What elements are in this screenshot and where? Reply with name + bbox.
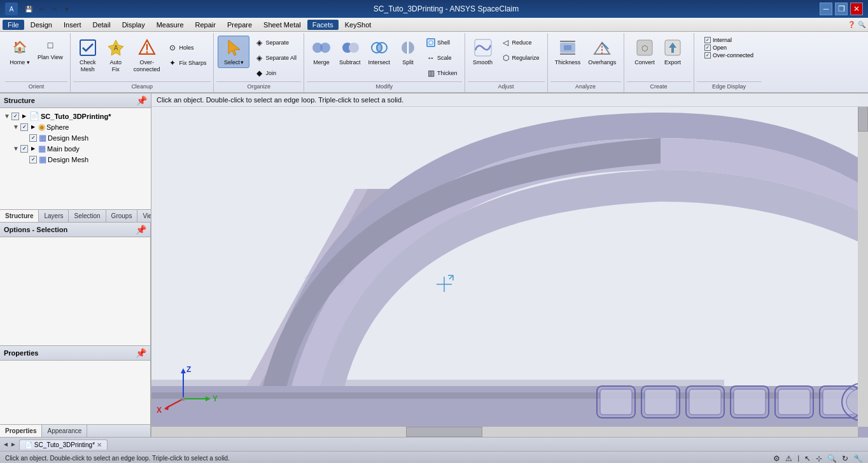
convert-button[interactable]: ⬡ Convert [631,36,658,68]
options-content [0,237,150,345]
menu-insert[interactable]: Insert [59,20,87,30]
title-bar-controls[interactable]: ─ ❐ ✕ [820,3,863,15]
over-connected-check-item[interactable]: ✓ Over-connected [704,52,753,59]
tab-selection[interactable]: Selection [69,210,106,222]
options-pin[interactable]: 📌 [136,225,146,235]
over-connected-button[interactable]: Over-connected [130,36,164,75]
tree-item-sphere[interactable]: ▼ ✓ ▶ ◉ Sphere [11,121,148,132]
help-icon[interactable]: ❓ [848,21,855,28]
auto-fix-button[interactable]: A AutoFix [102,36,129,75]
tab-nav-right[interactable]: ► [10,441,17,448]
qa-redo[interactable]: ↪ [48,3,60,15]
tree-toggle-root[interactable]: ▼ [4,113,10,120]
tree-toggle-mainbody[interactable]: ▼ [13,145,19,152]
holes-button[interactable]: ⊙ Holes [164,41,209,55]
status-icon-select[interactable]: ⊹ [816,454,822,463]
ribbon-content: 🏠 Home ▾ □ Plan View Orient [0,32,868,92]
tree-check-mainbody2[interactable]: ▶ [30,145,36,153]
status-icon-cursor[interactable]: ↖ [804,454,811,463]
tab-views[interactable]: Views [137,210,151,222]
structure-pin[interactable]: 📌 [136,95,147,106]
menu-facets[interactable]: Facets [307,20,339,30]
open-checkbox[interactable]: ✓ [704,45,711,51]
smooth-button[interactable]: Smooth [470,36,496,68]
export-button[interactable]: Export [659,36,686,68]
tree-check-sphere[interactable]: ✓ [20,123,28,131]
regularize-button[interactable]: ⬡ Regularize [498,51,543,65]
tab-nav-left[interactable]: ◄ [3,441,9,448]
tree-check-dm1[interactable]: ✓ [29,134,37,142]
join-button[interactable]: ◆ Join [251,66,300,80]
viewport-scrollbar-vertical[interactable] [858,93,868,427]
menu-sheet-metal[interactable]: Sheet Metal [258,20,306,30]
thickness-button[interactable]: Thickness [552,36,584,68]
menu-measure[interactable]: Measure [151,20,189,30]
overhangs-button[interactable]: Overhangs [585,36,619,68]
bottom-tab-close[interactable]: ✕ [97,441,102,448]
close-btn[interactable]: ✕ [850,3,863,15]
qa-undo[interactable]: ↩ [36,3,47,15]
tab-groups[interactable]: Groups [106,210,138,222]
intersect-button[interactable]: Intersect [365,36,394,68]
menu-display[interactable]: Display [117,20,150,30]
internal-check-item[interactable]: ✓ Internal [704,37,753,43]
tree-check-dm2[interactable]: ✓ [29,156,37,163]
tab-properties[interactable]: Properties [0,425,42,437]
menu-repair[interactable]: Repair [190,20,221,30]
search-icon[interactable]: 🔍 [858,21,865,28]
plan-view-button[interactable]: □ Plan View [34,36,66,63]
menu-prepare[interactable]: Prepare [222,20,257,30]
tree-check-root2[interactable]: ▶ [21,113,27,120]
scroll-thumb-v[interactable] [858,106,868,132]
tab-structure[interactable]: Structure [0,210,39,222]
separate-all-icon: ◈ [254,53,264,63]
minimize-btn[interactable]: ─ [820,3,832,15]
home-button[interactable]: 🏠 Home ▾ [6,36,33,68]
select-dropdown-icon[interactable]: ▾ [241,59,244,66]
thicken-button[interactable]: ▥ Thicken [423,66,461,80]
merge-button[interactable]: Merge [308,36,335,68]
fix-sharps-button[interactable]: ✦ Fix Sharps [164,56,209,70]
status-icon-wrench[interactable]: 🔧 [853,454,863,463]
qa-dropdown[interactable]: ▼ [61,3,73,15]
reduce-button[interactable]: ◁ Reduce [498,36,543,50]
open-check-item[interactable]: ✓ Open [704,45,753,51]
tree-item-design-mesh-2[interactable]: ✓ ▦ Design Mesh [20,154,148,165]
tab-appearance[interactable]: Appearance [42,425,87,437]
subtract-button[interactable]: Subtract [336,36,364,68]
shell-button[interactable]: Shell [423,36,461,50]
tree-item-root[interactable]: ▼ ✓ ▶ 📄 SC_Tuto_3DPrinting* [3,111,148,121]
viewport-scrollbar-horizontal[interactable] [151,427,858,437]
scale-button[interactable]: ↔ Scale [423,51,461,65]
bottom-tab-main[interactable]: 📄 SC_Tuto_3DPrinting* ✕ [19,439,108,450]
status-icon-settings[interactable]: ⚙ [773,454,780,463]
scroll-thumb-h[interactable] [406,427,482,437]
internal-checkbox[interactable]: ✓ [704,37,711,43]
menu-keyshot[interactable]: KeyShot [340,20,377,30]
menu-detail[interactable]: Detail [88,20,116,30]
menu-design[interactable]: Design [25,20,57,30]
tree-check-sphere2[interactable]: ▶ [30,123,36,131]
status-icon-zoom[interactable]: 🔍 [827,454,837,463]
maximize-btn[interactable]: ❐ [835,3,848,15]
viewport-canvas[interactable]: Z X Y [151,93,868,437]
tree-toggle-sphere[interactable]: ▼ [13,123,19,130]
tree-check-mainbody[interactable]: ✓ [20,145,28,153]
tab-layers[interactable]: Layers [39,210,69,222]
separate-button[interactable]: ◈ Separate [251,36,300,50]
tree-item-design-mesh-1[interactable]: ✓ ▦ Design Mesh [20,132,148,143]
qa-save[interactable]: 💾 [23,3,34,15]
viewport[interactable]: Click an object. Double-click to select … [151,93,868,437]
split-button[interactable]: Split [395,36,421,68]
menu-file[interactable]: File [3,20,24,30]
separate-all-button[interactable]: ◈ Separate All [251,51,300,65]
properties-pin[interactable]: 📌 [136,348,146,358]
check-mesh-button[interactable]: CheckMesh [74,36,101,75]
tree-check-root[interactable]: ✓ [11,113,19,120]
status-icon-warning[interactable]: ⚠ [785,454,792,463]
root-icon: 📄 [29,111,39,121]
over-connected-checkbox[interactable]: ✓ [704,52,711,59]
status-icon-rotate[interactable]: ↻ [842,454,848,463]
tree-item-mainbody[interactable]: ▼ ✓ ▶ ▦ Main body [11,143,148,154]
select-button[interactable]: Select ▾ [218,36,249,68]
